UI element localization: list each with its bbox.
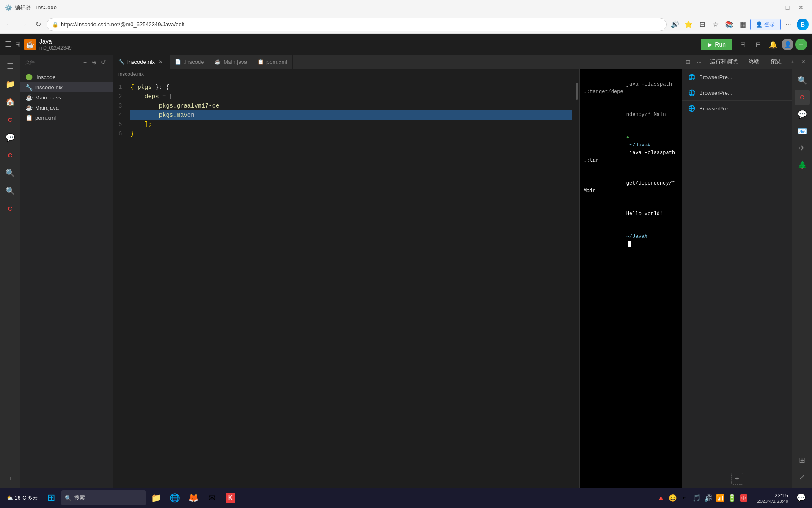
tab-inscode-nix[interactable]: 🔧 inscode.nix ✕	[113, 55, 170, 69]
taskbar-app-k[interactable]: K	[222, 489, 239, 506]
add-resource-button[interactable]: +	[731, 473, 743, 485]
taskbar-date: 2023/4/2/23:49	[757, 499, 788, 504]
sidebar-add-icon[interactable]: +	[8, 472, 12, 485]
file-item-inscode[interactable]: 🟢 .inscode	[20, 72, 113, 82]
split-icon[interactable]: ⊟	[696, 19, 708, 30]
tab-pom-xml[interactable]: 📋 pom.xml	[252, 55, 293, 69]
plane-icon[interactable]: ✈	[795, 141, 810, 156]
minimize-button[interactable]: ─	[768, 2, 780, 14]
sidebar-search-icon[interactable]: 🔍	[2, 165, 19, 182]
terminal-content[interactable]: java -classpath .:target/depe ndency/* M…	[580, 69, 682, 488]
sidebar-search2-icon[interactable]: 🔍	[2, 182, 19, 199]
preview-button[interactable]: 预览	[765, 56, 787, 67]
right-sidebar-label-1: BrowserPre...	[699, 74, 732, 80]
address-bar[interactable]: 🔒 https://inscode.csdn.net/@m0_62542349/…	[47, 18, 667, 31]
taskbar-app-mail[interactable]: ✉	[203, 489, 220, 506]
sidebar-chat-icon[interactable]: 💬	[2, 129, 19, 146]
sidebar-csdn-icon3[interactable]: C	[2, 200, 19, 217]
tab-icon-main-java: ☕	[214, 59, 221, 65]
sidebar-menu-icon[interactable]: ☰	[2, 58, 19, 75]
user-avatar[interactable]: 👤	[782, 39, 793, 50]
tray-icon-input[interactable]: 中	[739, 493, 749, 503]
hamburger-icon[interactable]: ☰	[5, 40, 12, 49]
outlook-far-icon[interactable]: 📧	[795, 124, 810, 139]
terminal-line-6: ~/Java#	[584, 225, 678, 256]
sidebar-csdn-icon1[interactable]: C	[2, 111, 19, 128]
bing-icon[interactable]: B	[797, 19, 809, 30]
taskbar-app-files[interactable]: 📁	[148, 489, 165, 506]
run-debug-button[interactable]: 运行和调试	[705, 56, 743, 67]
terminal-line-5: Hello world!	[584, 202, 678, 225]
file-item-pom-xml[interactable]: 📋 pom.xml	[20, 113, 113, 123]
notification-button[interactable]: 💬	[793, 490, 809, 505]
code-editor[interactable]: inscode.nix 1 2 3 4 5 6	[113, 69, 579, 488]
maximize-button[interactable]: □	[782, 2, 793, 14]
refresh-files-button[interactable]: ↺	[99, 58, 108, 66]
tray-icon-4[interactable]: 🎵	[691, 493, 702, 503]
add-panel-button[interactable]: +	[787, 57, 798, 67]
back-button[interactable]: ←	[3, 19, 15, 30]
sidebar-toggle-icon[interactable]: ⊞	[15, 41, 21, 49]
collections-icon[interactable]: 📚	[723, 19, 735, 30]
translate-icon[interactable]: 🔊	[669, 19, 681, 30]
right-sidebar-item-3[interactable]: 🌐 BrowserPre...	[682, 101, 792, 116]
right-sidebar-item-2[interactable]: 🌐 BrowserPre...	[682, 85, 792, 101]
expand-far-icon[interactable]: ⤢	[795, 469, 810, 485]
tray-icon-2[interactable]: 😀	[668, 493, 678, 503]
editor-scrollbar[interactable]	[575, 83, 579, 138]
favorites-icon[interactable]: ☆	[710, 19, 721, 30]
sidebar-explorer-icon[interactable]: 📁	[2, 76, 19, 93]
start-button[interactable]: ⊞	[43, 489, 60, 506]
tab-close-nix[interactable]: ✕	[157, 58, 164, 65]
tray-icon-battery[interactable]: 🔋	[727, 493, 737, 503]
login-button[interactable]: 👤 登录	[750, 19, 781, 30]
new-folder-button[interactable]: ⊕	[90, 58, 99, 66]
bell-icon[interactable]: 🔔	[766, 38, 780, 51]
add-button[interactable]: +	[795, 39, 807, 50]
taskbar-app-edge[interactable]: 🌐	[166, 489, 183, 506]
split-view-icon[interactable]: ⊟	[751, 38, 765, 51]
close-panel-button[interactable]: ✕	[798, 57, 809, 67]
tray-icon-6[interactable]: 📶	[715, 493, 725, 503]
more-icon[interactable]: ···	[782, 19, 794, 30]
browser-toolbar: ← → ↻ 🔒 https://inscode.csdn.net/@m0_625…	[0, 15, 812, 34]
file-item-inscode-nix[interactable]: 🔧 inscode.nix	[20, 82, 113, 92]
refresh-button[interactable]: ↻	[32, 19, 44, 30]
line-num-6: 6	[118, 129, 122, 138]
tray-icon-5[interactable]: 🔊	[703, 493, 713, 503]
grid-icon[interactable]: ⊞	[736, 38, 749, 51]
csdn-icon-active[interactable]: C	[795, 90, 810, 105]
file-item-main-java[interactable]: ☕ Main.java	[20, 102, 113, 113]
sidebar-icon[interactable]: ▦	[737, 19, 749, 30]
forward-button[interactable]: →	[18, 19, 30, 30]
more-tabs-button[interactable]: ···	[694, 57, 704, 67]
tree-far-icon[interactable]: 🌲	[795, 157, 810, 173]
run-button[interactable]: ▶ Run	[701, 39, 732, 50]
tab-main-java[interactable]: ☕ Main.java	[209, 55, 252, 69]
right-sidebar: 🌐 BrowserPre... 🌐 BrowserPre... 🌐 Browse…	[682, 69, 792, 488]
new-file-button[interactable]: +	[81, 58, 89, 66]
browser-title: ⚙️ 编辑器 - InsCode	[5, 4, 57, 11]
tray-icon-1[interactable]: 🔺	[656, 493, 666, 503]
file-item-main-class[interactable]: ☕ Main.class	[20, 92, 113, 102]
taskbar-time: 22:15	[757, 492, 788, 499]
search-icon[interactable]: 🔍	[795, 73, 810, 88]
taskbar-clock[interactable]: 22:15 2023/4/2/23:49	[754, 492, 792, 504]
chat-far-icon[interactable]: 💬	[795, 107, 810, 122]
terminal-line-4: get/dependency/* Main	[584, 172, 678, 202]
panel-far-icon[interactable]: ⊞	[795, 453, 810, 468]
tray-icon-3[interactable]: •·	[680, 493, 690, 503]
weather-text: 16°C 多云	[15, 494, 38, 502]
split-editor-button[interactable]: ⊟	[683, 57, 693, 67]
terminal-button[interactable]: 终端	[743, 56, 765, 67]
right-sidebar-item-1[interactable]: 🌐 BrowserPre...	[682, 69, 792, 85]
sidebar-csdn-icon2[interactable]: C	[2, 147, 19, 164]
close-button[interactable]: ✕	[795, 2, 807, 14]
tab-inscode[interactable]: 📄 .inscode	[170, 55, 209, 69]
sidebar-home-icon[interactable]: 🏠	[2, 94, 19, 110]
tab-icon-inscode: 📄	[175, 59, 181, 65]
taskbar-search[interactable]: 🔍 搜索	[61, 490, 146, 505]
editor-scroll-thumb[interactable]	[576, 83, 578, 100]
extensions-icon[interactable]: ⭐	[683, 19, 694, 30]
taskbar-app-firefox[interactable]: 🦊	[185, 489, 202, 506]
